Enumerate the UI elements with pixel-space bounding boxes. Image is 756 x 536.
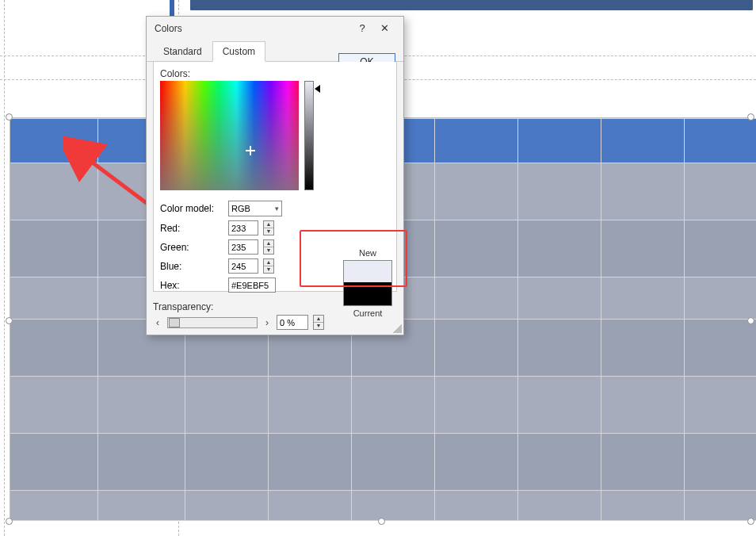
transparency-left-arrow[interactable]: ‹ bbox=[153, 317, 162, 328]
transparency-input[interactable] bbox=[277, 315, 308, 330]
colors-label: Colors: bbox=[160, 68, 390, 79]
selection-handle[interactable] bbox=[747, 518, 754, 525]
blue-input[interactable] bbox=[228, 258, 258, 274]
annotation-highlight bbox=[300, 230, 407, 287]
blue-spinner[interactable]: ▲▼ bbox=[263, 258, 274, 274]
green-input[interactable] bbox=[228, 239, 258, 255]
dialog-title-text: Colors bbox=[155, 23, 351, 34]
transparency-slider[interactable] bbox=[167, 317, 258, 328]
table-row bbox=[10, 434, 756, 491]
selection-handle[interactable] bbox=[6, 317, 13, 324]
red-input[interactable] bbox=[228, 220, 258, 235]
selection-handle[interactable] bbox=[6, 113, 13, 121]
transparency-area: Transparency: ‹ › ▲▼ bbox=[153, 301, 324, 330]
tab-custom[interactable]: Custom bbox=[212, 41, 265, 62]
color-model-row: Color model: RGB ▾ bbox=[160, 201, 390, 216]
slide-canvas: ement Assumptions tions in Management Ca… bbox=[0, 0, 756, 536]
guide-vertical bbox=[4, 0, 5, 536]
transparency-right-arrow[interactable]: › bbox=[262, 317, 272, 328]
red-label: Red: bbox=[160, 223, 223, 234]
dialog-titlebar[interactable]: Colors ? ✕ bbox=[147, 17, 403, 39]
color-model-label: Color model: bbox=[160, 203, 223, 214]
help-icon[interactable]: ? bbox=[351, 22, 373, 34]
color-field[interactable] bbox=[160, 81, 299, 190]
transparency-thumb[interactable] bbox=[169, 318, 180, 327]
slide-header-bar bbox=[190, 0, 753, 10]
tab-standard[interactable]: Standard bbox=[153, 41, 212, 62]
luminance-bar[interactable] bbox=[304, 81, 314, 190]
chevron-down-icon: ▾ bbox=[275, 205, 279, 212]
resize-grip[interactable] bbox=[392, 324, 402, 333]
hex-input[interactable] bbox=[228, 278, 276, 293]
hex-label: Hex: bbox=[160, 280, 223, 291]
green-label: Green: bbox=[160, 242, 223, 253]
color-model-value: RGB bbox=[231, 204, 250, 213]
selection-handle[interactable] bbox=[747, 113, 754, 121]
current-label: Current bbox=[343, 308, 392, 318]
transparency-spinner[interactable]: ▲▼ bbox=[313, 315, 324, 330]
luminance-arrow[interactable] bbox=[315, 85, 320, 93]
color-field-cursor bbox=[246, 146, 255, 155]
table-row bbox=[10, 491, 756, 521]
close-icon[interactable]: ✕ bbox=[373, 22, 395, 34]
red-spinner[interactable]: ▲▼ bbox=[263, 220, 274, 235]
table-row bbox=[10, 377, 756, 434]
transparency-label: Transparency: bbox=[153, 301, 324, 312]
blue-label: Blue: bbox=[160, 261, 223, 272]
selection-handle[interactable] bbox=[747, 317, 754, 324]
green-spinner[interactable]: ▲▼ bbox=[263, 239, 274, 255]
selection-handle[interactable] bbox=[6, 518, 13, 525]
color-model-select[interactable]: RGB ▾ bbox=[228, 201, 282, 216]
selection-handle[interactable] bbox=[378, 518, 385, 525]
colors-dialog: Colors ? ✕ Standard Custom OK Cancel Col… bbox=[146, 16, 404, 335]
